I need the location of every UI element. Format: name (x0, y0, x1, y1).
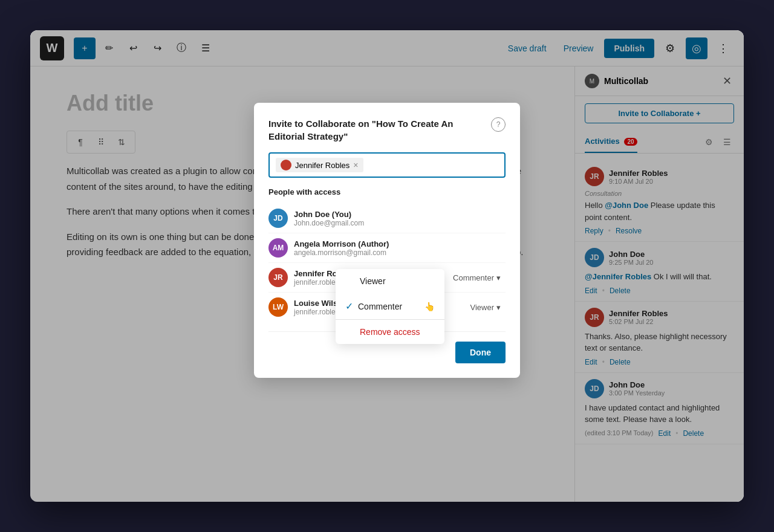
jennifer-chip: Jennifer Robles × (276, 158, 363, 172)
people-item: AM Angela Morrison (Author) angela.morri… (268, 233, 506, 263)
people-info: John Doe (You) John.doe@gmail.com (294, 210, 506, 227)
role-label: Commenter (453, 273, 494, 282)
role-label: Viewer (470, 303, 494, 312)
role-dropdown-commenter[interactable]: Commenter ▾ (448, 271, 506, 285)
viewer-option: Viewer (360, 276, 386, 286)
chip-label: Jennifer Robles (295, 161, 350, 170)
people-name: Angela Morrison (Author) (294, 239, 506, 248)
remove-access-option: Remove access (360, 327, 420, 337)
commenter-option: Commenter (358, 302, 402, 311)
role-dropdown-viewer[interactable]: Viewer ▾ (465, 300, 506, 314)
chip-avatar (281, 160, 291, 170)
dropdown-item-viewer[interactable]: Viewer (336, 269, 444, 293)
invite-email-input[interactable] (367, 161, 498, 170)
dropdown-item-commenter[interactable]: ✓ Commenter 👆 (336, 293, 444, 319)
screen-wrapper: W + ✏ ↩ ↪ ⓘ ☰ Save draft Pre (30, 30, 744, 502)
people-email: John.doe@gmail.com (294, 219, 506, 227)
chevron-down-icon: ▾ (496, 303, 501, 312)
chip-close-button[interactable]: × (353, 160, 358, 170)
avatar: LW (268, 297, 288, 317)
modal-overlay[interactable]: Invite to Collaborate on "How To Create … (30, 30, 744, 502)
check-icon: ✓ (345, 300, 353, 312)
help-button[interactable]: ? (491, 117, 506, 132)
people-info: Angela Morrison (Author) angela.morrison… (294, 239, 506, 257)
avatar: AM (268, 238, 288, 258)
role-dropdown-menu: Viewer ✓ Commenter 👆 Remove access (336, 269, 444, 344)
modal-title: Invite to Collaborate on "How To Create … (268, 117, 491, 143)
cursor-hand: 👆 (424, 302, 435, 311)
dropdown-item-remove[interactable]: Remove access (336, 320, 444, 344)
done-button[interactable]: Done (455, 342, 506, 363)
people-name: John Doe (You) (294, 210, 506, 219)
people-item: JD John Doe (You) John.doe@gmail.com (268, 204, 506, 233)
avatar: JD (268, 209, 288, 228)
chevron-down-icon: ▾ (496, 273, 501, 282)
modal-header: Invite to Collaborate on "How To Create … (268, 117, 506, 143)
avatar: JR (268, 268, 288, 287)
people-email: angela.morrison@gmail.com (294, 248, 506, 257)
people-section-title: People with access (268, 187, 506, 196)
invite-input-container[interactable]: Jennifer Robles × (268, 152, 506, 178)
